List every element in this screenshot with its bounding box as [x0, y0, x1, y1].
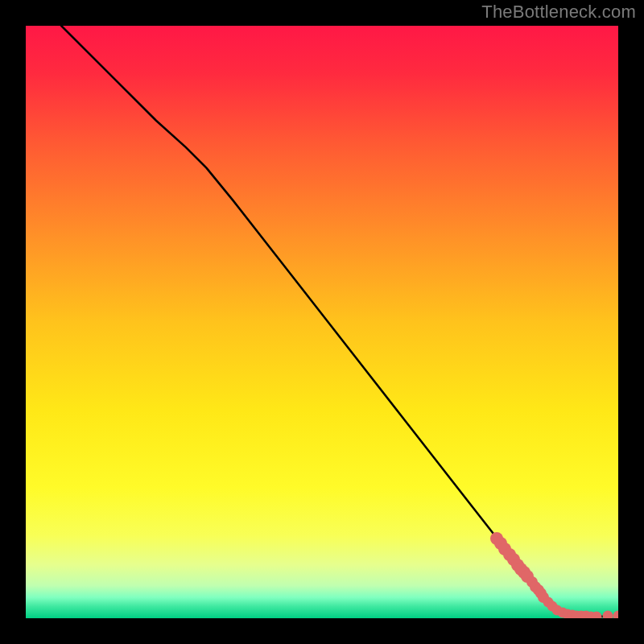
data-point: [613, 611, 619, 618]
plot-area: [26, 26, 618, 618]
main-curve: [61, 26, 606, 617]
chart-frame: TheBottleneck.com: [0, 0, 644, 644]
attribution-label: TheBottleneck.com: [481, 2, 636, 23]
data-point: [591, 611, 601, 618]
data-point: [602, 611, 613, 618]
curve-layer: [26, 26, 618, 618]
